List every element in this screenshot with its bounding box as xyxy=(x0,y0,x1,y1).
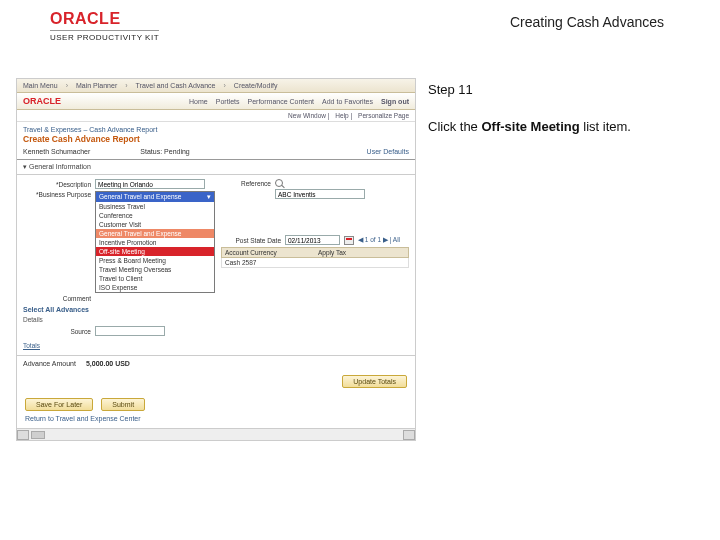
section-general-info[interactable]: ▾ General Information xyxy=(17,160,415,175)
status-value: Pending xyxy=(164,148,190,155)
totals-link[interactable]: Totals xyxy=(23,342,40,349)
oracle-mini-logo: ORACLE xyxy=(23,96,61,106)
dropdown-option[interactable]: ISO Expense xyxy=(96,283,214,292)
dropdown-option[interactable]: Incentive Promotion xyxy=(96,238,214,247)
business-purpose-label: *Business Purpose xyxy=(23,191,91,198)
tab-signout[interactable]: Sign out xyxy=(381,98,409,105)
dropdown-option[interactable]: General Travel and Expense xyxy=(96,229,214,238)
employee-name: Kenneth Schumacher xyxy=(23,148,90,155)
row-nav[interactable]: ◀ 1 of 1 ▶ | All xyxy=(358,236,400,244)
upk-subbrand: USER PRODUCTIVITY KIT xyxy=(50,30,159,42)
cell xyxy=(318,259,405,266)
col-header: Account Currency xyxy=(225,249,312,256)
dropdown-option[interactable]: Travel to Client xyxy=(96,274,214,283)
embedded-screenshot: Main Menu› Main Planner› Travel and Cash… xyxy=(16,78,416,441)
advance-amount-value: 5,000.00 USD xyxy=(86,360,130,367)
reference-input[interactable] xyxy=(275,189,365,199)
status-label: Status: xyxy=(140,148,162,155)
comment-label: Comment xyxy=(23,295,91,302)
dropdown-option-offsite-meeting[interactable]: Off-site Meeting xyxy=(96,247,214,256)
tab-home[interactable]: Home xyxy=(189,98,208,105)
link-new-window[interactable]: New Window xyxy=(288,112,326,119)
cell: Cash 2587 xyxy=(225,259,312,266)
user-defaults-link[interactable]: User Defaults xyxy=(367,148,409,155)
report-title: Create Cash Advance Report xyxy=(17,133,415,146)
app-header-bar: ORACLE Home Portlets Performance Content… xyxy=(17,93,415,110)
step-instruction: Click the Off-site Meeting list item. xyxy=(428,119,704,136)
employee-meta-row: Kenneth Schumacher Status: Pending User … xyxy=(17,146,415,160)
sub-header-links: New Window | Help | Personalize Page xyxy=(17,110,415,122)
advance-amount-label: Advance Amount xyxy=(23,360,76,367)
crumb-item[interactable]: Main Planner xyxy=(76,82,117,89)
dropdown-selected: General Travel and Expense xyxy=(99,193,181,201)
update-totals-button[interactable]: Update Totals xyxy=(342,375,407,388)
instruction-suffix: list item. xyxy=(580,119,631,134)
crumb-item[interactable]: Travel and Cash Advance xyxy=(136,82,216,89)
col-header: Apply Tax xyxy=(318,249,405,256)
oracle-logo: ORACLE xyxy=(50,10,159,28)
dropdown-option[interactable]: Travel Meeting Overseas xyxy=(96,265,214,274)
details-subheader: Details xyxy=(23,315,215,326)
submit-button[interactable]: Submit xyxy=(101,398,145,411)
link-help[interactable]: Help xyxy=(335,112,348,119)
crumb-item[interactable]: Main Menu xyxy=(23,82,58,89)
select-all-advances-header[interactable]: Select All Advances xyxy=(23,304,215,315)
calendar-icon[interactable] xyxy=(344,236,354,245)
scroll-right-arrow-icon[interactable] xyxy=(403,430,415,440)
dropdown-option[interactable]: Customer Visit xyxy=(96,220,214,229)
reference-label: Reference xyxy=(221,180,271,187)
dropdown-option[interactable]: Conference xyxy=(96,211,214,220)
scroll-left-arrow-icon[interactable] xyxy=(17,430,29,440)
scroll-thumb[interactable] xyxy=(31,431,45,439)
advance-amount-row: Advance Amount 5,000.00 USD xyxy=(17,355,415,371)
step-number: Step 11 xyxy=(428,82,704,97)
breadcrumb: Main Menu› Main Planner› Travel and Cash… xyxy=(17,79,415,93)
save-for-later-button[interactable]: Save For Later xyxy=(25,398,93,411)
oracle-logo-block: ORACLE USER PRODUCTIVITY KIT xyxy=(50,10,159,42)
page-title: Creating Cash Advances xyxy=(510,10,704,30)
header-tabs: Home Portlets Performance Content Add to… xyxy=(189,98,409,105)
search-icon[interactable] xyxy=(275,179,283,187)
business-purpose-dropdown[interactable]: General Travel and Expense▾ Business Tra… xyxy=(95,191,215,293)
instruction-prefix: Click the xyxy=(428,119,481,134)
module-path: Travel & Expenses – Cash Advance Report xyxy=(17,122,415,133)
description-input[interactable] xyxy=(95,179,205,189)
dropdown-option[interactable]: Press & Board Meeting xyxy=(96,256,214,265)
currency-grid: Account Currency Apply Tax Cash 2587 xyxy=(221,247,409,268)
tab-portlets[interactable]: Portlets xyxy=(216,98,240,105)
return-link[interactable]: Return to Travel and Expense Center xyxy=(17,415,415,428)
table-row: Cash 2587 xyxy=(221,258,409,268)
post-date-input[interactable] xyxy=(285,235,340,245)
source-label: Source xyxy=(23,328,91,335)
horizontal-scrollbar[interactable] xyxy=(17,428,415,440)
instruction-panel: Step 11 Click the Off-site Meeting list … xyxy=(428,78,704,441)
source-input[interactable] xyxy=(95,326,165,336)
instruction-target: Off-site Meeting xyxy=(481,119,579,134)
tab-favorites[interactable]: Add to Favorites xyxy=(322,98,373,105)
post-date-label: Post State Date xyxy=(221,237,281,244)
link-personalize[interactable]: Personalize Page xyxy=(358,112,409,119)
description-label: *Description xyxy=(23,181,91,188)
chevron-down-icon: ▾ xyxy=(207,193,211,201)
crumb-item[interactable]: Create/Modify xyxy=(234,82,278,89)
tab-performance[interactable]: Performance Content xyxy=(247,98,314,105)
dropdown-option[interactable]: Business Travel xyxy=(96,202,214,211)
